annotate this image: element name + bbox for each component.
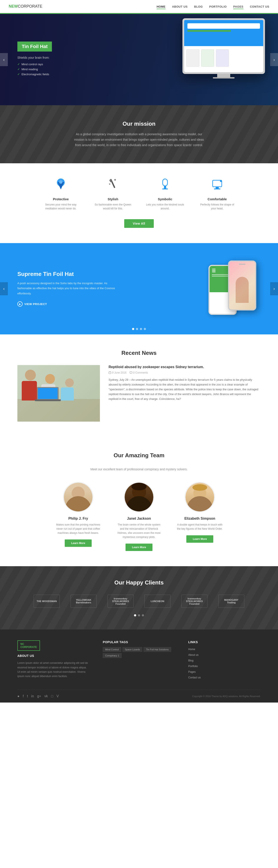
- nav-list: HOME ABOUT US BLOG PORTFOLIO PAGES CONTA…: [157, 5, 269, 8]
- linkedin-icon[interactable]: in: [31, 694, 34, 698]
- philip-body: [65, 496, 91, 512]
- footer-tag-4[interactable]: Conspiracy 1: [103, 653, 121, 658]
- portfolio-arrow-left[interactable]: ‹: [0, 282, 8, 295]
- portfolio-dot-4[interactable]: [144, 328, 146, 330]
- phone-front: [228, 260, 256, 310]
- portfolio-dot-2[interactable]: [136, 328, 138, 330]
- philip-name: Philip J. Fry: [54, 517, 102, 521]
- hero-list-item-1: Mind control rays: [18, 63, 52, 66]
- feature-stylish: ✦ ✦ Stylish So fashionable even the Quee…: [93, 179, 133, 211]
- clients-dots: [18, 614, 260, 616]
- philip-learn-more[interactable]: Learn More: [65, 539, 92, 547]
- footer-about-text: Lorem ipsum dolor sit amet consectetur a…: [18, 661, 90, 679]
- nav-item-portfolio[interactable]: PORTFOLIO: [209, 5, 227, 8]
- phone-speaker: [239, 264, 245, 265]
- nav-item-about[interactable]: ABOUT US: [172, 5, 188, 8]
- person-1: [22, 370, 39, 400]
- svg-rect-8: [162, 188, 168, 189]
- portfolio-dot-1[interactable]: [132, 328, 134, 330]
- portfolio-dot-3[interactable]: [140, 328, 142, 330]
- monitor-green-bar: [187, 30, 231, 32]
- hero-arrow-right[interactable]: ›: [270, 53, 278, 66]
- stylish-icon: ✦ ✦: [93, 179, 133, 194]
- news-section: Recent News: [0, 334, 278, 437]
- footer-link-pages[interactable]: Pages: [188, 670, 260, 674]
- footer-tag-1[interactable]: Mind Control: [103, 647, 121, 652]
- hero-subtitle: Shields your brain from:: [18, 56, 52, 59]
- twitter-icon[interactable]: t: [27, 694, 28, 698]
- client-logo-4: LUNCHEON: [144, 595, 171, 608]
- footer-link-contact[interactable]: Contact us: [188, 675, 260, 679]
- philip-silhouette: [64, 483, 93, 512]
- monitor-content-box: [187, 23, 260, 29]
- portfolio-arrow-right[interactable]: ›: [270, 282, 278, 295]
- news-content: Reptiloid abused by zookeeper escapes Si…: [109, 365, 260, 401]
- svg-point-1: [59, 180, 63, 184]
- view-all-button[interactable]: View All: [124, 219, 154, 228]
- features-grid: Protective Secures your mind the way med…: [18, 179, 260, 211]
- janet-silhouette: [125, 483, 153, 512]
- nav-item-pages[interactable]: PAGES: [233, 5, 243, 8]
- laptop: [37, 387, 59, 400]
- svg-rect-11: [214, 188, 220, 189]
- avatar-janet: [124, 482, 154, 512]
- phone-front-screen: [229, 261, 255, 309]
- elizabeth-learn-more[interactable]: Learn More: [186, 535, 213, 543]
- team-subtitle: Meet our excellent team of professional …: [18, 467, 260, 471]
- svg-rect-13: [109, 372, 111, 374]
- footer-link-home[interactable]: Home: [188, 647, 260, 651]
- hero-section: ‹ Tin Foil Hat Shields your brain from: …: [0, 14, 278, 105]
- google-plus-icon[interactable]: g+: [37, 694, 41, 698]
- clients-dot-2[interactable]: [138, 614, 140, 616]
- footer-link-about[interactable]: About us: [188, 653, 260, 657]
- news-image: [18, 365, 100, 422]
- feature-comfortable: Comfortable Perfectly follows the shape …: [198, 179, 237, 211]
- clients-dot-1[interactable]: [134, 614, 136, 616]
- nav-link-about[interactable]: ABOUT US: [172, 5, 188, 8]
- vk-icon[interactable]: vk: [44, 694, 48, 698]
- vimeo-icon[interactable]: V: [57, 694, 59, 698]
- view-project-label: VIEW PROJECT: [24, 303, 47, 306]
- monitor-product-3: [216, 49, 229, 67]
- monitor-screen-bottom: [184, 46, 263, 72]
- table-surface: [18, 399, 100, 422]
- view-project-link[interactable]: ▶ VIEW PROJECT: [18, 301, 115, 307]
- nav-link-portfolio[interactable]: PORTFOLIO: [209, 5, 227, 8]
- client-logo-1: THE WOODSMAN: [34, 595, 60, 608]
- monitor-screen: [184, 20, 263, 72]
- rss-icon[interactable]: ●: [18, 694, 20, 698]
- svg-rect-16: [130, 372, 132, 373]
- news-comments: 0 Comments: [130, 371, 148, 374]
- nav-link-contact[interactable]: CONTACT US: [250, 5, 269, 8]
- news-text: Sydney, July 29 – An unemployed alien re…: [109, 377, 260, 401]
- nav-link-pages[interactable]: PAGES: [233, 5, 243, 9]
- footer-logo-corporate: CORPORATE: [21, 646, 37, 649]
- people-scene: [18, 365, 100, 422]
- instagram-icon[interactable]: □: [51, 694, 53, 698]
- client-logo-6: MAHOGANY Trading: [218, 595, 244, 608]
- elizabeth-silhouette: [185, 483, 214, 512]
- client-logo-2: YELLOWOAK Barrelmakers: [71, 595, 97, 608]
- footer-tag-3[interactable]: Tin Foil Hat Solutions: [144, 647, 171, 652]
- footer-bottom: ● f t in g+ vk □ V Copyright © 2016 Them…: [18, 690, 260, 703]
- feature-comfortable-title: Comfortable: [198, 197, 237, 201]
- janet-body: [126, 496, 152, 512]
- team-member-elizabeth: Elizabeth Simpson A double agent that ke…: [176, 482, 224, 551]
- footer-link-blog[interactable]: Blog: [188, 658, 260, 662]
- nav-link-home[interactable]: HOME: [157, 5, 166, 9]
- janet-learn-more[interactable]: Learn More: [126, 544, 153, 551]
- nav-item-contact[interactable]: CONTACT US: [250, 5, 269, 8]
- footer-links-col: LINKS Home About us Blog Portfolio Pages…: [188, 640, 260, 681]
- nav-item-blog[interactable]: BLOG: [194, 5, 203, 8]
- hero-monitor: [182, 18, 265, 79]
- footer-tag-2[interactable]: Space Lizards: [123, 647, 142, 652]
- facebook-icon[interactable]: f: [23, 694, 24, 698]
- nav-link-blog[interactable]: BLOG: [194, 5, 203, 8]
- footer-link-portfolio[interactable]: Portfolio: [188, 664, 260, 668]
- nav-item-home[interactable]: HOME: [157, 5, 166, 8]
- news-section-title: Recent News: [18, 350, 260, 356]
- feature-stylish-title: Stylish: [93, 197, 133, 201]
- clients-dot-3[interactable]: [142, 614, 144, 616]
- feature-protective-title: Protective: [41, 197, 80, 201]
- news-meta: 9 June 2016 0 Comments: [109, 371, 260, 374]
